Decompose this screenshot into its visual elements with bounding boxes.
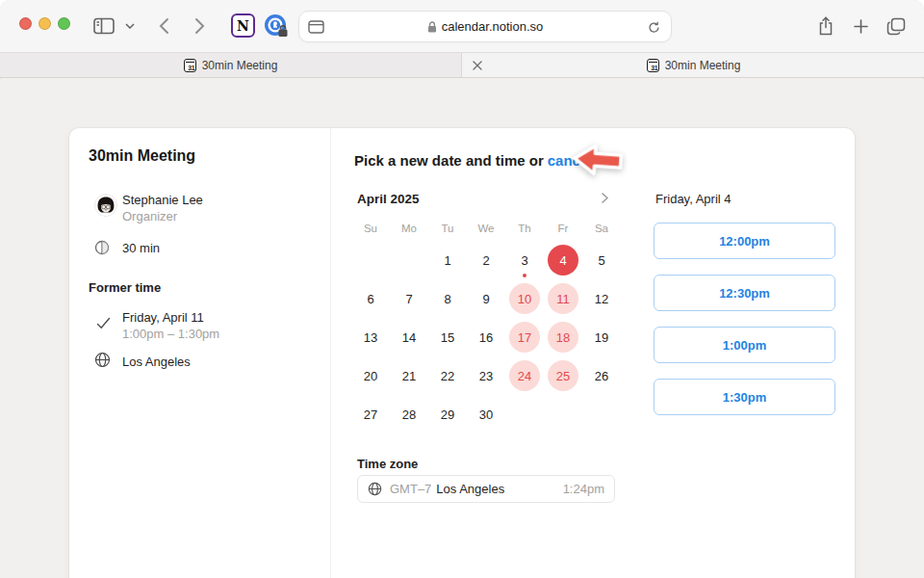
calendar-day-number: 8 — [432, 283, 463, 314]
calendar-day-number: 14 — [394, 322, 424, 353]
back-button[interactable] — [152, 13, 175, 39]
tab-30min-meeting-1[interactable]: 31 30min Meeting — [0, 53, 462, 77]
forward-button[interactable] — [188, 13, 211, 39]
notion-extension-icon[interactable]: N — [231, 13, 255, 38]
calendar-day[interactable]: 15 — [428, 318, 467, 356]
calendar-day[interactable]: 3 — [505, 241, 544, 279]
calendar-day-number: 27 — [355, 399, 386, 430]
sidebar-menu-chevron[interactable] — [122, 19, 138, 33]
calendar-day-number: 23 — [471, 360, 501, 391]
calendar-day[interactable]: 28 — [390, 395, 428, 434]
calendar-day-number: 4 — [548, 245, 578, 276]
calendar-day[interactable]: 24 — [505, 356, 544, 395]
calendar-day[interactable]: 30 — [467, 395, 505, 434]
weekday-label: Mo — [390, 216, 428, 241]
weekday-label: Sa — [582, 216, 621, 241]
timezone-city: Los Angeles — [436, 482, 504, 496]
timezone-selector[interactable]: GMT–7 Los Angeles 1:24pm — [357, 475, 615, 503]
calendar-tab-icon: 31 — [184, 59, 196, 72]
close-tab-button[interactable] — [467, 53, 488, 77]
tab-overview-button[interactable] — [883, 13, 910, 39]
sidebar-icon — [93, 17, 115, 35]
calendar-day[interactable]: 16 — [467, 318, 505, 356]
scheduler-header: Pick a new date and time orcancel — [354, 152, 592, 169]
calendar-day-number: 18 — [548, 322, 578, 353]
globe-icon — [94, 352, 111, 368]
calendar-empty-cell — [351, 241, 390, 279]
organizer-avatar — [94, 194, 117, 217]
calendar-day[interactable]: 18 — [544, 318, 582, 356]
next-month-button[interactable] — [595, 188, 614, 207]
calendar-day[interactable]: 27 — [351, 395, 390, 434]
calendar-day-number: 19 — [586, 322, 617, 353]
plus-icon — [854, 19, 868, 34]
onepassword-icon — [264, 13, 289, 39]
calendar-day-number: 2 — [471, 245, 501, 276]
tab-label: 30min Meeting — [202, 59, 278, 72]
calendar-day[interactable]: 6 — [351, 279, 390, 318]
calendar-day[interactable]: 21 — [390, 356, 428, 395]
time-slot-list: 12:00pm12:30pm1:00pm1:30pm — [654, 223, 835, 415]
calendar-day[interactable]: 23 — [467, 356, 505, 395]
month-label: April 2025 — [357, 192, 420, 206]
close-traffic-light[interactable] — [19, 17, 32, 30]
calendar-day-number: 11 — [548, 283, 578, 314]
calendar-day-number: 16 — [471, 322, 501, 353]
calendar-weekday-row: SuMoTuWeThFrSa — [351, 216, 621, 241]
calendar-day-number: 25 — [548, 360, 578, 391]
calendar-day[interactable]: 1 — [428, 241, 467, 279]
url-bar[interactable]: calendar.notion.so — [298, 11, 672, 42]
calendar-day-number: 7 — [394, 283, 424, 314]
calendar-day[interactable]: 7 — [390, 279, 428, 318]
calendar-day-number: 28 — [394, 399, 424, 430]
calendar-day[interactable]: 8 — [428, 279, 467, 318]
organizer-role: Organizer — [122, 209, 177, 223]
calendar-day[interactable]: 10 — [505, 279, 544, 318]
sidebar-toggle-button[interactable] — [90, 13, 117, 39]
time-slot-button[interactable]: 12:30pm — [654, 275, 835, 311]
globe-icon — [368, 482, 382, 496]
calendar-day[interactable]: 26 — [582, 356, 621, 395]
timezone-gmt: GMT–7 — [390, 482, 431, 496]
scheduler-header-text: Pick a new date and time or — [354, 152, 544, 169]
time-slot-button[interactable]: 1:00pm — [654, 327, 835, 363]
calendar-day-number: 20 — [355, 360, 386, 391]
calendar-day[interactable]: 25 — [544, 356, 582, 395]
calendar-day[interactable]: 11 — [544, 279, 582, 318]
onepassword-extension-button[interactable] — [263, 13, 290, 39]
calendar-day-number: 3 — [509, 245, 540, 276]
calendar-day-number: 1 — [432, 245, 463, 276]
calendar-day[interactable]: 20 — [351, 356, 390, 395]
duration-icon — [94, 240, 110, 255]
reload-button[interactable] — [644, 17, 663, 37]
former-time-range: 1:00pm – 1:30pm — [122, 327, 219, 341]
share-button[interactable] — [813, 13, 838, 39]
calendar-day[interactable]: 13 — [351, 318, 390, 356]
time-slot-button[interactable]: 1:30pm — [654, 379, 835, 415]
calendar-day[interactable]: 2 — [467, 241, 505, 279]
zoom-traffic-light[interactable] — [58, 17, 70, 30]
calendar-day[interactable]: 14 — [390, 318, 428, 356]
new-tab-button[interactable] — [849, 13, 872, 39]
page-background: 30min Meeting Stephanie Lee Organizer — [0, 79, 924, 578]
url-text[interactable]: calendar.notion.so — [442, 19, 544, 34]
calendar-day[interactable]: 17 — [505, 318, 544, 356]
calendar-day-number: 10 — [509, 283, 540, 314]
calendar-day-number: 6 — [355, 283, 386, 314]
meeting-title: 30min Meeting — [89, 147, 195, 165]
calendar-day-number: 26 — [586, 360, 617, 391]
time-slot-button[interactable]: 12:00pm — [654, 223, 835, 259]
calendar-day[interactable]: 22 — [428, 356, 467, 395]
minimize-traffic-light[interactable] — [38, 17, 51, 30]
calendar-day[interactable]: 9 — [467, 279, 505, 318]
calendar-day[interactable]: 19 — [582, 318, 621, 356]
calendar-day-number: 24 — [509, 360, 540, 391]
browser-toolbar: N — [0, 0, 924, 53]
calendar-day[interactable]: 29 — [428, 395, 467, 434]
calendar-day[interactable]: 4 — [544, 241, 582, 279]
calendar-tab-icon: 31 — [647, 59, 659, 72]
weekday-label: Fr — [544, 216, 582, 241]
calendar-day[interactable]: 5 — [582, 241, 621, 279]
calendar-day[interactable]: 12 — [582, 279, 621, 318]
tab-30min-meeting-2[interactable]: 31 30min Meeting — [463, 53, 924, 77]
